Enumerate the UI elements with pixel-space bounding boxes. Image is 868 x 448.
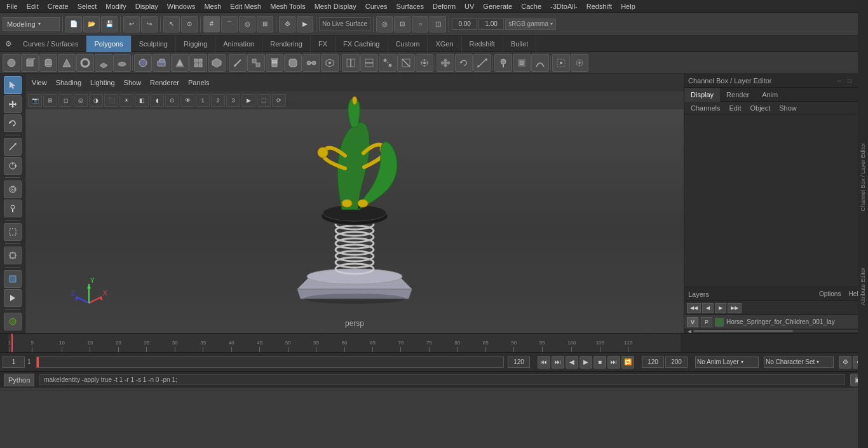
- vp-smooth3-btn[interactable]: 3: [226, 94, 240, 107]
- vp-wire-btn[interactable]: ◻: [58, 94, 72, 107]
- play-stop-btn[interactable]: ■: [593, 356, 606, 369]
- rotate-mode-btn[interactable]: [4, 114, 22, 132]
- tab-rendering[interactable]: Rendering: [262, 36, 311, 52]
- undo-btn[interactable]: ↩: [123, 16, 140, 32]
- object-menu[interactable]: Object: [746, 103, 774, 113]
- shelf-loop-btn[interactable]: [342, 54, 360, 72]
- menu-modify[interactable]: Modify: [102, 1, 130, 11]
- menu-redshift[interactable]: Redshift: [583, 1, 616, 11]
- shelf-sphere-btn[interactable]: [3, 54, 20, 72]
- vp-shading-btn[interactable]: ◑: [89, 94, 103, 107]
- scale-mode-btn[interactable]: [4, 138, 22, 156]
- current-frame-input[interactable]: [3, 356, 25, 368]
- open-scene-btn[interactable]: 📂: [83, 16, 100, 32]
- viewport[interactable]: View Shading Lighting Show Renderer Pane…: [25, 74, 684, 333]
- show-manipulator-btn[interactable]: [4, 247, 22, 264]
- move-mode-btn[interactable]: [4, 95, 22, 113]
- timeline-tick[interactable]: 1: [8, 334, 11, 352]
- scroll-track[interactable]: [693, 330, 859, 332]
- menu-uv[interactable]: UV: [461, 1, 478, 11]
- shelf-scale-tool-btn[interactable]: [473, 54, 491, 72]
- shelf-paint-btn[interactable]: [494, 54, 512, 72]
- snap-point-btn[interactable]: ◎: [239, 16, 255, 32]
- shelf-rotate-tool-btn[interactable]: [455, 54, 473, 72]
- playback-settings-btn[interactable]: ⚙: [839, 356, 851, 369]
- tab-animation[interactable]: Animation: [215, 36, 262, 52]
- shelf-btn-extra1[interactable]: [513, 54, 531, 72]
- timeline-tick[interactable]: 30: [172, 334, 178, 352]
- shelf-connect-btn[interactable]: [379, 54, 397, 72]
- shelf-split-btn[interactable]: [397, 54, 415, 72]
- character-set-dropdown[interactable]: No Character Set ▾: [764, 356, 834, 368]
- timeline-tick[interactable]: 10: [59, 334, 65, 352]
- shelf-subdiv-cube-btn[interactable]: [153, 54, 170, 72]
- step-back-btn[interactable]: ⏭: [552, 356, 564, 369]
- vp-smooth2-btn[interactable]: 2: [211, 94, 225, 107]
- layer-back-btn[interactable]: ◀: [702, 303, 714, 313]
- tab-rigging[interactable]: Rigging: [176, 36, 215, 52]
- tab-polygons[interactable]: Polygons: [86, 36, 131, 52]
- timeline-tick[interactable]: 20: [116, 334, 121, 352]
- timeline-tick[interactable]: 35: [200, 334, 206, 352]
- timeline-tick[interactable]: 65: [370, 334, 376, 352]
- play-back-btn[interactable]: ◀: [566, 356, 578, 369]
- layer-color-swatch[interactable]: [715, 318, 724, 327]
- smooth-btn[interactable]: ○: [412, 16, 428, 32]
- shelf-pen-btn[interactable]: [229, 54, 247, 72]
- show-menu[interactable]: Show: [775, 103, 801, 113]
- shelf-move-btn[interactable]: [437, 54, 454, 72]
- display-tab[interactable]: Display: [684, 88, 720, 102]
- menu-deform[interactable]: Deform: [429, 1, 459, 11]
- anim-tab[interactable]: Anim: [756, 88, 784, 102]
- skip-back-btn[interactable]: ⏮: [538, 356, 550, 369]
- menu-help[interactable]: Help: [617, 1, 639, 11]
- menu-mesh[interactable]: Mesh: [200, 1, 225, 11]
- vp-menu-lighting[interactable]: Lighting: [86, 78, 119, 88]
- menu-mesh-tools[interactable]: Mesh Tools: [266, 1, 309, 11]
- timeline-tick[interactable]: 100: [567, 334, 576, 352]
- skip-forward-btn[interactable]: ⏭: [607, 356, 620, 369]
- shelf-ring-btn[interactable]: [360, 54, 378, 72]
- vp-smooth-btn[interactable]: 1: [196, 94, 210, 107]
- shelf-cube-btn[interactable]: [21, 54, 39, 72]
- python-mode-btn[interactable]: Python: [4, 374, 34, 386]
- menu-file[interactable]: File: [3, 1, 22, 11]
- attribute-editor-edge-label[interactable]: Attribute Editor: [858, 265, 867, 308]
- universal-mode-btn[interactable]: [4, 157, 22, 175]
- menu-select[interactable]: Select: [74, 1, 101, 11]
- vp-camera-btn[interactable]: 📷: [28, 94, 42, 107]
- lasso-tool-btn[interactable]: ⊙: [181, 16, 198, 32]
- shelf-plane-btn[interactable]: [95, 54, 112, 72]
- vp-menu-show[interactable]: Show: [120, 78, 146, 88]
- timeline-ruler[interactable]: 1510152025303540455055606570758085909510…: [8, 334, 681, 352]
- menu-edit[interactable]: Edit: [23, 1, 43, 11]
- tab-redshift[interactable]: Redshift: [462, 36, 503, 52]
- vp-light-btn[interactable]: ☀: [119, 94, 133, 107]
- tab-fx-caching[interactable]: FX Caching: [336, 36, 388, 52]
- snap-curve-btn[interactable]: ⌒: [221, 16, 238, 32]
- render-region-btn[interactable]: [4, 270, 22, 288]
- anim-layer-dropdown[interactable]: No Anim Layer ▾: [695, 356, 759, 368]
- shelf-btn-extra2[interactable]: [531, 54, 549, 72]
- vp-menu-renderer[interactable]: Renderer: [146, 78, 183, 88]
- layer-forward-btn[interactable]: ▶: [715, 303, 726, 313]
- menu-edit-mesh[interactable]: Edit Mesh: [226, 1, 265, 11]
- timeline-tick[interactable]: 105: [596, 334, 604, 352]
- shelf-cone-btn[interactable]: [58, 54, 76, 72]
- shelf-merge-btn[interactable]: [302, 54, 320, 72]
- range-end-input[interactable]: [508, 356, 530, 368]
- layers-options-menu[interactable]: Options: [817, 290, 843, 297]
- timeline-playhead[interactable]: [11, 334, 13, 352]
- snap-view-btn[interactable]: ⊞: [257, 16, 273, 32]
- tab-fx[interactable]: FX: [311, 36, 336, 52]
- paint-select-btn[interactable]: [4, 200, 22, 217]
- workspace-dropdown[interactable]: Modeling ▾: [3, 17, 60, 31]
- play-loop-btn[interactable]: 🔁: [621, 356, 634, 369]
- vp-render-btn[interactable]: ▶: [241, 94, 255, 107]
- vp-shadow-btn[interactable]: ◧: [135, 94, 149, 107]
- layer-visibility-btn[interactable]: V: [687, 317, 698, 327]
- menu-generate[interactable]: Generate: [479, 1, 516, 11]
- channels-menu[interactable]: Channels: [687, 103, 724, 113]
- tab-sculpting[interactable]: Sculpting: [132, 36, 176, 52]
- timeline-tick[interactable]: 110: [624, 334, 632, 352]
